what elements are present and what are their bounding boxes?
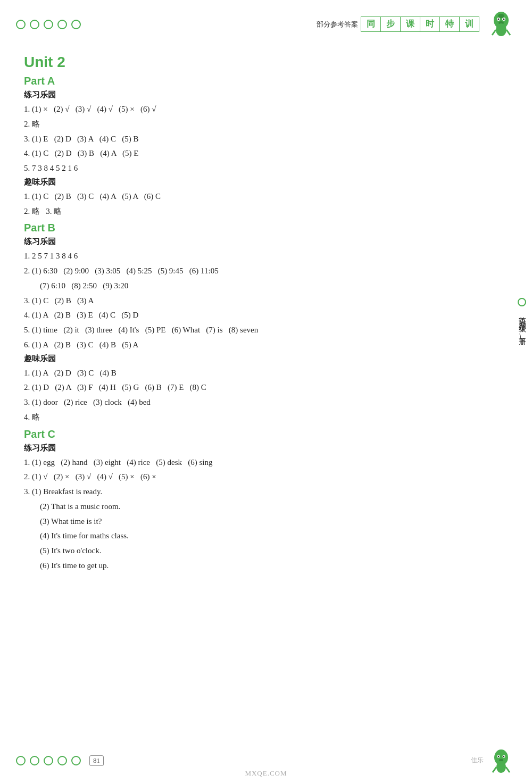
footer-circle-4 [57,756,67,765]
footer-circle-3 [44,756,53,765]
part-c-line3: 3. (1) Breakfast is ready. [24,485,508,499]
svg-point-13 [498,756,499,757]
sidebar-circle [518,298,526,306]
svg-point-4 [503,19,505,20]
sidebar-grade: 四年级 [516,317,528,320]
header-box-5: 特 [439,16,460,32]
unit-title: Unit 2 [24,54,508,71]
part-b-fun-line3: 3. (1) door (2) rice (3) clock (4) bed [24,395,508,410]
part-c-section1-title: 练习乐园 [24,443,508,453]
part-b-line2b: (7) 6:10 (8) 2:50 (9) 3:20 [40,279,508,294]
header-box-2: 步 [380,16,401,32]
svg-line-18 [506,767,510,772]
part-c-title: Part C [24,428,508,440]
page-header: 部分参考答案 同 步 课 时 特 训 [0,0,532,44]
sidebar-bracket-close: ） [518,332,526,341]
header-circles [16,20,81,29]
part-a-line1: 1. (1) × (2) √ (3) √ (4) √ (5) × (6) √ [24,102,508,117]
circle-3 [44,20,53,29]
svg-point-9 [498,14,504,18]
footer-circle-1 [16,756,26,765]
part-b-section2-title: 趣味乐园 [24,354,508,364]
part-b-line4: 4. (1) A (2) B (3) E (4) C (5) D [24,308,508,323]
circle-1 [16,20,26,29]
part-c-line3b: (2) That is a music room. [40,499,508,514]
svg-point-3 [498,19,500,20]
part-b-line2: 2. (1) 6:30 (2) 9:00 (3) 3:05 (4) 5:25 (… [24,264,508,279]
header-right: 部分参考答案 同 步 课 时 特 训 [317,10,516,39]
part-b-line5: 5. (1) time (2) it (3) three (4) It's (5… [24,323,508,338]
part-c-line2: 2. (1) √ (2) × (3) √ (4) √ (5) × (6) × [24,470,508,485]
sidebar-bracket-open: （ [518,322,526,332]
part-a-line4: 4. (1) C (2) D (3) B (4) A (5) E [24,146,508,161]
part-b-fun-line2: 2. (1) D (2) A (3) F (4) H (5) G (6) B (… [24,380,508,395]
footer-circle-2 [30,756,39,765]
svg-line-7 [492,30,496,35]
header-box-3: 课 [400,16,420,32]
svg-point-6 [496,23,506,36]
footer-circle-5 [71,756,81,765]
page-number: 81 [89,755,104,766]
main-content: Unit 2 Part A 练习乐园 1. (1) × (2) √ (3) √ … [0,44,532,584]
part-b-title: Part B [24,222,508,234]
part-b-fun-line4: 4. 略 [24,410,508,425]
part-a-line2: 2. 略 [24,117,508,132]
part-b-fun-line1: 1. (1) A (2) D (3) C (4) B [24,366,508,381]
part-a-line3: 3. (1) E (2) D (3) A (4) C (5) B [24,132,508,147]
watermark-text: 佳乐 [471,756,484,765]
part-a-fun-line2: 2. 略 3. 略 [24,204,508,219]
right-sidebar: 英语 四年级 （ 下 册 ） [512,298,532,341]
site-watermark: MXQE.COM [245,769,287,778]
footer-mascot-icon [487,746,516,775]
circle-4 [57,20,67,29]
header-box-1: 同 [361,16,381,32]
circle-2 [30,20,39,29]
part-b-section1-title: 练习乐园 [24,237,508,247]
svg-line-8 [506,30,510,35]
header-boxes: 同 步 课 时 特 训 [361,16,479,32]
part-b-line3: 3. (1) C (2) B (3) A [24,294,508,309]
part-b-line1: 1. 2 5 7 1 3 8 4 6 [24,249,508,264]
part-c-line3d: (4) It's time for maths class. [40,529,508,544]
mascot-icon [487,10,516,39]
sidebar-text: 英语 [516,311,528,313]
svg-point-16 [496,761,506,773]
footer-right: 佳乐 [471,746,516,775]
svg-line-17 [493,767,496,772]
part-c-line1: 1. (1) egg (2) hand (3) eight (4) rice (… [24,455,508,470]
header-box-6: 训 [459,16,479,32]
footer-left: 81 [16,755,108,766]
circle-5 [71,20,81,29]
part-a-line5: 5. 7 3 8 4 5 2 1 6 [24,161,508,176]
part-a-section2-title: 趣味乐园 [24,177,508,187]
part-a-title: Part A [24,75,508,87]
part-c-line3e: (5) It's two o'clock. [40,544,508,559]
part-c-line3f: (6) It's time to get up. [40,559,508,573]
part-a-section1-title: 练习乐园 [24,90,508,100]
header-label: 部分参考答案 [317,20,358,29]
part-b-line6: 6. (1) A (2) B (3) C (4) B (5) A [24,338,508,353]
part-c-line3c: (3) What time is it? [40,514,508,529]
header-box-4: 时 [420,16,440,32]
svg-point-14 [503,756,504,757]
part-a-fun-line1: 1. (1) C (2) B (3) C (4) A (5) A (6) C [24,189,508,204]
svg-point-15 [499,759,503,762]
